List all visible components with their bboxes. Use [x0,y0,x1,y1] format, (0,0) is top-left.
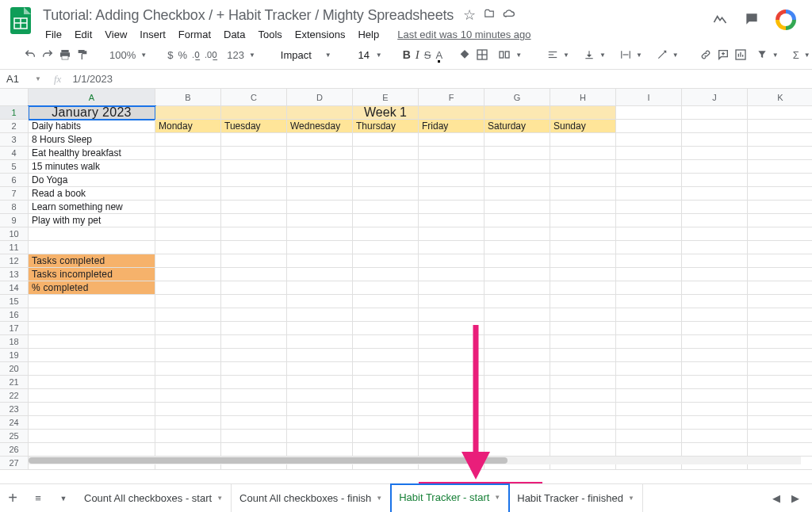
cell-H10[interactable] [550,227,616,241]
cell-C15[interactable] [221,295,287,308]
cell-K21[interactable] [748,376,812,389]
cell-F19[interactable] [419,349,485,362]
cell-E6[interactable] [353,174,419,187]
cell-C26[interactable] [221,443,287,457]
cell-C8[interactable] [221,201,287,214]
cell-C11[interactable] [221,241,287,254]
menu-tools[interactable]: Tools [252,27,287,42]
cell-B26[interactable] [155,443,221,457]
print-icon[interactable] [59,45,71,64]
cell-I9[interactable] [616,214,682,227]
all-sheets-icon[interactable]: ≡ [25,486,51,511]
cell-J18[interactable] [682,335,748,349]
cell-K9[interactable] [748,214,812,227]
borders-icon[interactable] [476,45,488,64]
name-box[interactable]: A1▼ [0,73,48,85]
cell-E25[interactable] [353,430,419,443]
cell-H11[interactable] [550,241,616,254]
sheet-tab-3[interactable]: Habit Tracker - finished▼ [509,484,643,513]
cell-I14[interactable] [616,281,682,295]
cell-A3[interactable]: 8 Hours Sleep [29,133,155,147]
col-header-A[interactable]: A [29,89,155,106]
cell-H6[interactable] [550,174,616,187]
cell-B21[interactable] [155,376,221,389]
menu-data[interactable]: Data [218,27,251,42]
cell-B9[interactable] [155,214,221,227]
cell-F7[interactable] [419,187,485,201]
cell-G2[interactable]: Saturday [485,120,550,133]
row-header-13[interactable]: 13 [0,268,29,281]
cell-A21[interactable] [29,376,155,389]
cell-K5[interactable] [748,160,812,174]
add-sheet-icon[interactable]: + [0,486,25,511]
cell-D15[interactable] [287,295,353,308]
cell-I24[interactable] [616,416,682,430]
cell-J15[interactable] [682,295,748,308]
row-header-3[interactable]: 3 [0,133,29,147]
cell-J23[interactable] [682,403,748,416]
cell-A16[interactable] [29,308,155,322]
cell-G6[interactable] [485,174,550,187]
dec-decrease-icon[interactable]: .0̲ [192,45,200,64]
cell-G15[interactable] [485,295,550,308]
cell-G13[interactable] [485,268,550,281]
cell-K14[interactable] [748,281,812,295]
cell-D2[interactable]: Wednesday [287,120,353,133]
cell-B5[interactable] [155,160,221,174]
cell-I13[interactable] [616,268,682,281]
cell-K20[interactable] [748,362,812,376]
cell-D8[interactable] [287,201,353,214]
cell-E2[interactable]: Thursday [353,120,419,133]
cell-J7[interactable] [682,187,748,201]
menu-edit[interactable]: Edit [69,27,98,42]
cell-K25[interactable] [748,430,812,443]
cell-C3[interactable] [221,133,287,147]
cell-A4[interactable]: Eat healthy breakfast [29,147,155,160]
col-header-G[interactable]: G [485,89,550,106]
cell-F17[interactable] [419,322,485,335]
cell-D22[interactable] [287,389,353,403]
cell-H3[interactable] [550,133,616,147]
cell-F18[interactable] [419,335,485,349]
cell-A24[interactable] [29,416,155,430]
cell-F10[interactable] [419,227,485,241]
redo-icon[interactable] [41,45,54,64]
cell-E23[interactable] [353,403,419,416]
col-header-J[interactable]: J [682,89,748,106]
sheets-logo[interactable] [6,6,35,35]
cell-I1[interactable] [616,106,682,120]
row-header-17[interactable]: 17 [0,322,29,335]
cell-B11[interactable] [155,241,221,254]
cell-G10[interactable] [485,227,550,241]
cell-A19[interactable] [29,349,155,362]
cell-K23[interactable] [748,403,812,416]
cell-A13[interactable]: Tasks incompleted [29,268,155,281]
move-icon[interactable] [484,6,495,24]
cell-G7[interactable] [485,187,550,201]
row-header-26[interactable]: 26 [0,443,29,457]
cell-I7[interactable] [616,187,682,201]
cell-E24[interactable] [353,416,419,430]
cell-E12[interactable] [353,254,419,268]
cell-K3[interactable] [748,133,812,147]
cell-J24[interactable] [682,416,748,430]
cell-D25[interactable] [287,430,353,443]
cell-I2[interactable] [616,120,682,133]
cell-C25[interactable] [221,430,287,443]
cell-I15[interactable] [616,295,682,308]
cell-F26[interactable] [419,443,485,457]
currency-icon[interactable]: $ [167,45,173,64]
cell-I11[interactable] [616,241,682,254]
cell-C22[interactable] [221,389,287,403]
cell-H2[interactable]: Sunday [550,120,616,133]
corner[interactable] [0,89,29,106]
cell-B15[interactable] [155,295,221,308]
cell-C18[interactable] [221,335,287,349]
scrollbar-horizontal[interactable] [29,457,801,464]
cell-I3[interactable] [616,133,682,147]
cell-E8[interactable] [353,201,419,214]
cell-A22[interactable] [29,389,155,403]
cell-A7[interactable]: Read a book [29,187,155,201]
cell-B10[interactable] [155,227,221,241]
cell-I25[interactable] [616,430,682,443]
